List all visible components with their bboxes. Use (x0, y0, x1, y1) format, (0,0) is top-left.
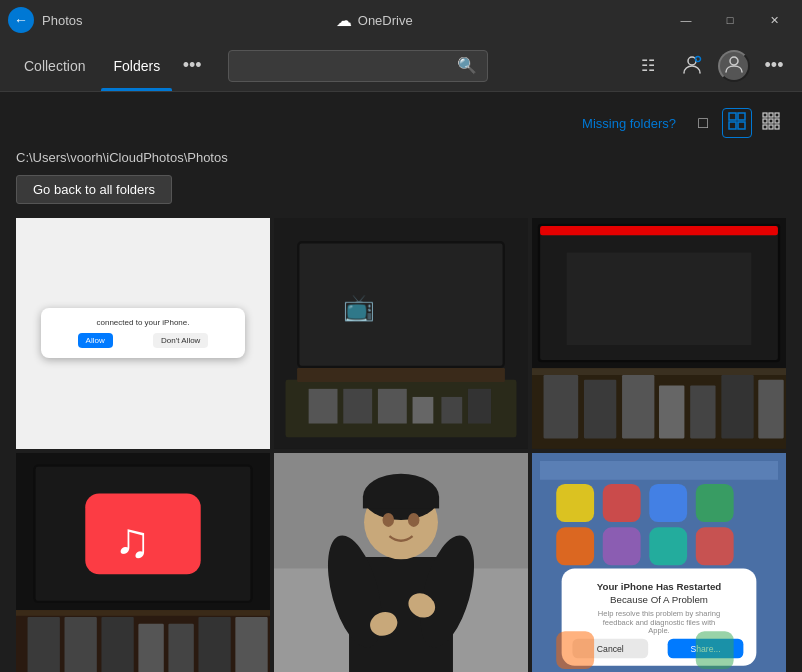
svg-rect-40 (721, 375, 753, 439)
photo-grid: connected to your iPhone. Allow Don't Al… (16, 218, 786, 672)
folder-path: C:\Users\voorh\iCloudPhotos\Photos (16, 150, 786, 165)
view-options: □ (688, 108, 786, 138)
close-button[interactable]: ✕ (754, 5, 794, 35)
svg-text:Because Of A Problem: Because Of A Problem (610, 594, 708, 605)
svg-rect-36 (584, 380, 616, 439)
titlebar-center: ☁ OneDrive (336, 11, 413, 30)
svg-text:feedback and diagnostic files : feedback and diagnostic files with (603, 618, 716, 627)
svg-point-0 (688, 57, 696, 65)
view-medium-icon (728, 112, 746, 134)
svg-rect-4 (738, 113, 745, 120)
view-small-icon: □ (698, 114, 708, 132)
onedrive-label: OneDrive (358, 13, 413, 28)
view-large-icon (762, 112, 780, 134)
svg-rect-35 (544, 375, 579, 439)
svg-rect-3 (729, 113, 736, 120)
svg-rect-21 (297, 368, 505, 382)
svg-point-66 (408, 513, 420, 527)
svg-rect-74 (696, 484, 734, 522)
svg-text:♫: ♫ (114, 514, 150, 567)
svg-rect-38 (659, 385, 684, 438)
svg-rect-55 (235, 617, 267, 672)
svg-rect-23 (343, 389, 372, 424)
svg-rect-14 (769, 125, 773, 129)
tab-collection[interactable]: Collection (12, 40, 97, 91)
tab-folders[interactable]: Folders (101, 40, 172, 91)
svg-rect-64 (363, 497, 439, 509)
onedrive-icon: ☁ (336, 11, 352, 30)
svg-rect-10 (763, 119, 767, 123)
people-button[interactable] (674, 48, 710, 84)
svg-rect-90 (696, 631, 734, 669)
svg-rect-32 (567, 253, 752, 345)
svg-rect-22 (309, 389, 338, 424)
svg-rect-41 (758, 380, 783, 439)
photo-item[interactable]: 📺 (274, 218, 528, 449)
svg-rect-75 (556, 527, 594, 565)
top-actions: Missing folders? □ (16, 108, 786, 138)
people-icon (681, 53, 703, 79)
svg-rect-37 (622, 375, 654, 439)
search-icon: 🔍 (457, 56, 477, 75)
svg-rect-18 (299, 243, 502, 365)
filter-button[interactable]: ☷ (630, 48, 666, 84)
view-small-button[interactable]: □ (688, 108, 718, 138)
svg-rect-76 (603, 527, 641, 565)
main-content: Missing folders? □ (0, 92, 802, 672)
svg-rect-50 (64, 617, 96, 672)
svg-rect-13 (763, 125, 767, 129)
back-to-folders-button[interactable]: Go back to all folders (16, 175, 172, 204)
account-button[interactable] (718, 50, 750, 82)
svg-point-65 (383, 513, 395, 527)
photo-item[interactable]: Your iPhone Has Restarted Because Of A P… (532, 453, 786, 672)
svg-rect-71 (556, 484, 594, 522)
svg-rect-31 (540, 226, 778, 235)
svg-text:Cancel: Cancel (597, 644, 624, 654)
photo-item[interactable]: connected to your iPhone. Allow Don't Al… (16, 218, 270, 449)
svg-rect-25 (413, 397, 434, 424)
svg-text:Apple.: Apple. (648, 626, 669, 635)
svg-rect-26 (441, 397, 462, 424)
svg-rect-12 (775, 119, 779, 123)
app-title: Photos (42, 13, 82, 28)
svg-rect-27 (468, 389, 491, 424)
svg-rect-7 (763, 113, 767, 117)
svg-rect-15 (775, 125, 779, 129)
svg-rect-48 (16, 610, 270, 616)
toolbar: Collection Folders ••• 🔍 ☷ (0, 40, 802, 92)
more-menu-button[interactable]: ••• (176, 50, 208, 82)
svg-rect-9 (775, 113, 779, 117)
titlebar-left: ← Photos (8, 7, 82, 33)
back-arrow-icon: ← (14, 12, 28, 28)
search-input[interactable] (239, 58, 449, 73)
search-bar[interactable]: 🔍 (228, 50, 488, 82)
view-large-button[interactable] (756, 108, 786, 138)
titlebar-controls: — □ ✕ (666, 5, 794, 35)
svg-rect-53 (168, 624, 193, 672)
photo-item[interactable] (532, 218, 786, 449)
svg-rect-8 (769, 113, 773, 117)
svg-rect-73 (649, 484, 687, 522)
svg-rect-5 (729, 122, 736, 129)
svg-rect-89 (556, 631, 594, 669)
view-medium-button[interactable] (722, 108, 752, 138)
back-button[interactable]: ← (8, 7, 34, 33)
dont-allow-button: Don't Allow (153, 333, 208, 348)
photo-item[interactable] (274, 453, 528, 672)
svg-rect-39 (690, 385, 715, 438)
svg-rect-34 (532, 368, 786, 375)
svg-rect-54 (198, 617, 230, 672)
photo-item[interactable]: ♫ (16, 453, 270, 672)
svg-rect-78 (696, 527, 734, 565)
filter-icon: ☷ (641, 56, 655, 75)
svg-rect-6 (738, 122, 745, 129)
missing-folders-link[interactable]: Missing folders? (582, 116, 676, 131)
overflow-menu-button[interactable]: ••• (758, 50, 790, 82)
svg-rect-24 (378, 389, 407, 424)
maximize-button[interactable]: □ (710, 5, 750, 35)
svg-rect-52 (138, 624, 163, 672)
svg-rect-70 (540, 461, 778, 480)
titlebar: ← Photos ☁ OneDrive — □ ✕ (0, 0, 802, 40)
svg-text:📺: 📺 (343, 292, 375, 323)
minimize-button[interactable]: — (666, 5, 706, 35)
